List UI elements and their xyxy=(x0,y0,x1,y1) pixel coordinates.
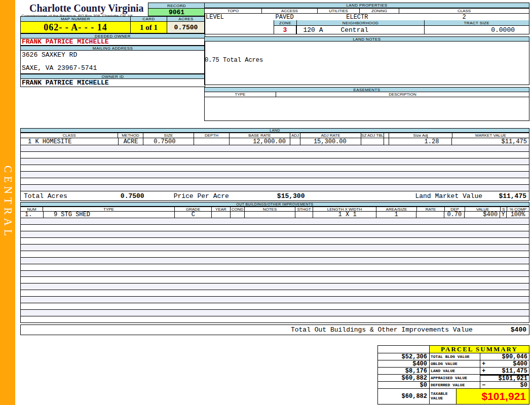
land-size-header: SIZE xyxy=(143,133,194,138)
deferred-left-value: $0 xyxy=(378,382,430,389)
class-value: 2 xyxy=(399,14,529,20)
ob-value-header: VALUE xyxy=(465,207,501,212)
ob-num-header: NUM xyxy=(20,207,43,212)
summary-row-taxable: $60,882 TAXABLE VALUE $101,921 xyxy=(378,389,529,404)
ob-notes-header: NOTES xyxy=(245,207,295,212)
acres-value: 0.7500 xyxy=(167,22,205,33)
ob-sthgt-cell xyxy=(295,212,313,218)
outbuilding-row: 1. 9 STG SHED C 1 X 1 1 0.70 $400 Y 100% xyxy=(20,212,529,218)
ob-dep-header: DEP xyxy=(445,207,465,212)
empty-row xyxy=(21,264,529,271)
land-method-cell: ACRE xyxy=(119,138,144,145)
owner-id-value: FRANK PATRICE MICHELLE xyxy=(20,79,205,87)
bldg-value: $90,046 xyxy=(502,353,527,360)
empty-row xyxy=(21,310,529,316)
tract-size-value: 0.0000 xyxy=(424,26,529,34)
empty-row xyxy=(21,303,529,310)
empty-row xyxy=(21,218,529,225)
land-adj-header: ADJ xyxy=(290,133,300,138)
bldg-left-value: $52,306 xyxy=(378,353,430,360)
land-totals-row: Total Acres 0.7500 Price Per Acre $15,30… xyxy=(20,191,529,201)
land-depth-cell xyxy=(194,138,230,145)
ob-rate-cell xyxy=(416,212,444,218)
summary-row-total-bldg: $52,306 TOTAL BLDG VALUE $90,046 xyxy=(378,353,529,360)
price-per-acre-label: Price Per Acre xyxy=(174,192,229,200)
parcel-summary: PARCEL SUMMARY $52,306 TOTAL BLDG VALUE … xyxy=(377,345,529,404)
empty-row xyxy=(21,251,529,258)
easement-type-header: TYPE xyxy=(204,92,276,97)
owner-id-section: OWNER ID FRANK PATRICE MICHELLE xyxy=(20,74,205,87)
zone-value: 3 xyxy=(274,26,297,34)
land-blank-cell xyxy=(384,138,389,145)
land-market-value-total: $11,475 xyxy=(482,192,529,200)
obldg-label: OBLDG VALUE xyxy=(430,360,480,368)
appraised-label: APPRAISED VALUE xyxy=(430,375,480,382)
ob-type-header: TYPE xyxy=(43,207,175,212)
record-label: RECORD xyxy=(148,3,205,9)
access-value: PAVED xyxy=(262,14,318,20)
neighborhood-code: 120 A xyxy=(303,26,323,34)
outbuildings-total-value: $400 xyxy=(511,326,529,334)
district-banner-label: CENTRAL xyxy=(2,166,14,239)
ob-rate-header: RATE xyxy=(417,207,445,212)
summary-row-appraised: $60,882 APPRAISED VALUE $101,921 xyxy=(378,375,529,382)
empty-row xyxy=(21,258,529,264)
empty-row xyxy=(21,172,529,178)
ob-area-size-cell: 1 xyxy=(376,212,417,218)
empty-row xyxy=(21,152,529,158)
outbuildings-total-label: Total Out Buildings & Other Improvements… xyxy=(291,326,473,334)
zoning-header: ZONING xyxy=(360,8,399,14)
land-class-cell: 1 K HOMESITE xyxy=(21,138,119,145)
land-market-value-label: Land Market Value xyxy=(415,192,482,200)
land-size-cell: 0.7500 xyxy=(143,138,194,145)
deeded-owner-section: DEEDED OWNER FRANK PATRICE MICHELLE xyxy=(20,33,205,46)
outbuildings-title: OUT BUILDINGS/OTHER IMPROVEMENTS xyxy=(20,202,529,207)
mailing-address-label: MAILING ADDRESS xyxy=(20,46,205,51)
ob-s-cell: Y xyxy=(500,212,507,218)
obldg-value: $400 xyxy=(513,360,527,368)
bldg-label: TOTAL BLDG VALUE xyxy=(430,353,480,360)
ob-grade-cell: C xyxy=(175,212,212,218)
topo-value: LEVEL xyxy=(205,14,262,20)
land-base-rate-cell: 12,000.00 xyxy=(230,138,290,145)
zone-column: ZONE 3 xyxy=(274,20,297,34)
land-market-value-cell: $11,475 xyxy=(452,138,529,145)
ob-s-header: S xyxy=(501,207,507,212)
land-adj-rate-header: ADJ RATE xyxy=(300,133,361,138)
ob-pct-comp-header: % COMP xyxy=(507,207,529,212)
ob-year-cell xyxy=(212,212,231,218)
ob-length-width-cell: 1 X 1 xyxy=(313,212,376,218)
access-header: ACCESS xyxy=(262,8,318,14)
land-depth-header: DEPTH xyxy=(194,133,230,138)
total-acres-label: Total Acres xyxy=(24,192,67,200)
deferred-op: − xyxy=(482,382,485,389)
property-record-card: Charlotte County Virginia Commissioner o… xyxy=(15,0,532,405)
card-value: 1 of 1 xyxy=(131,22,167,33)
owner-id-label: OWNER ID xyxy=(20,74,205,79)
map-number-label: MAP NUMBER xyxy=(20,16,131,22)
land-class-header: CLASS xyxy=(20,133,118,138)
empty-row xyxy=(21,145,529,152)
land-blank-header xyxy=(384,133,389,138)
land-properties-title: LAND PROPERTIES xyxy=(204,3,529,8)
empty-row xyxy=(21,158,529,165)
ob-sthgt-header: STHGT xyxy=(295,207,313,212)
parcel-summary-title: PARCEL SUMMARY xyxy=(430,346,529,353)
empty-row xyxy=(21,316,529,323)
land-label: LAND VALUE xyxy=(430,368,480,375)
record-box: RECORD 9061 xyxy=(148,3,205,16)
topo-spacer xyxy=(205,20,274,34)
empty-row xyxy=(21,245,529,251)
ob-cond-cell xyxy=(231,212,245,218)
record-value: 9061 xyxy=(148,9,205,16)
empty-row xyxy=(21,277,529,284)
total-acres-value: 0.7500 xyxy=(121,192,144,200)
land-sz-adj-tbl-header: SZ ADJ TBL xyxy=(361,133,384,138)
class-header: CLASS xyxy=(399,8,529,14)
ob-cond-header: COND xyxy=(231,207,245,212)
empty-row xyxy=(21,178,529,185)
address-line1: 3626 SAXKEY RD xyxy=(22,51,204,59)
mailing-address-value: 3626 SAXKEY RD SAXE, VA 23967-5741 xyxy=(20,51,205,74)
district-banner: CENTRAL xyxy=(0,0,15,405)
outbuildings-empty-rows xyxy=(20,218,529,323)
